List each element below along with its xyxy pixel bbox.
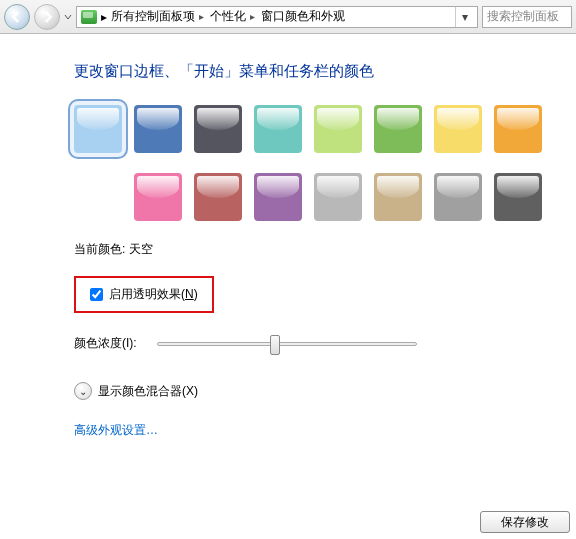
color-swatch[interactable] [194,105,242,153]
color-swatch[interactable] [134,173,182,221]
history-dropdown-icon[interactable] [64,11,72,23]
color-swatches [74,105,574,221]
transparency-label[interactable]: 启用透明效果(N) [109,286,198,303]
current-color-label: 当前颜色: [74,242,125,256]
advanced-appearance-link[interactable]: 高级外观设置… [74,422,158,439]
toolbar: ▸ 所有控制面板项▸ 个性化▸ 窗口颜色和外观 ▾ 搜索控制面板 [0,0,576,34]
color-swatch[interactable] [374,173,422,221]
back-button[interactable] [4,4,30,30]
breadcrumb[interactable]: ▸ 所有控制面板项▸ 个性化▸ 窗口颜色和外观 ▾ [76,6,478,28]
search-input[interactable]: 搜索控制面板 [482,6,572,28]
color-swatch[interactable] [194,173,242,221]
current-color-field: 当前颜色: 天空 [74,241,576,258]
breadcrumb-item[interactable]: 所有控制面板项▸ [111,8,206,25]
breadcrumb-item[interactable]: 窗口颜色和外观 [261,8,345,25]
color-swatch[interactable] [254,173,302,221]
color-swatch[interactable] [314,173,362,221]
footer: 保存修改 [480,511,570,533]
color-swatch[interactable] [134,105,182,153]
folder-icon [81,10,97,24]
breadcrumb-item[interactable]: 个性化▸ [210,8,257,25]
color-swatch[interactable] [494,173,542,221]
transparency-option: 启用透明效果(N) [74,276,214,313]
breadcrumb-dropdown-icon[interactable]: ▾ [455,7,473,27]
color-mixer-label: 显示颜色混合器(X) [98,383,198,400]
intensity-field: 颜色浓度(I): [74,335,576,352]
color-swatch[interactable] [434,173,482,221]
intensity-label: 颜色浓度(I): [74,335,137,352]
save-button[interactable]: 保存修改 [480,511,570,533]
color-swatch[interactable] [314,105,362,153]
color-swatch[interactable] [494,105,542,153]
forward-button[interactable] [34,4,60,30]
search-placeholder: 搜索控制面板 [487,8,559,25]
chevron-right-icon[interactable]: ▸ [101,10,107,24]
current-color-value: 天空 [129,242,153,256]
color-swatch[interactable] [74,173,122,221]
slider-thumb[interactable] [270,335,280,355]
chevron-down-icon: ⌄ [74,382,92,400]
color-swatch[interactable] [74,105,122,153]
color-mixer-expander[interactable]: ⌄ 显示颜色混合器(X) [74,382,576,400]
content-area: 更改窗口边框、「开始」菜单和任务栏的颜色 当前颜色: 天空 启用透明效果(N) … [0,34,576,439]
color-swatch[interactable] [374,105,422,153]
color-swatch[interactable] [434,105,482,153]
transparency-checkbox[interactable] [90,288,103,301]
color-swatch[interactable] [254,105,302,153]
page-title: 更改窗口边框、「开始」菜单和任务栏的颜色 [74,62,576,81]
intensity-slider[interactable] [157,342,417,346]
